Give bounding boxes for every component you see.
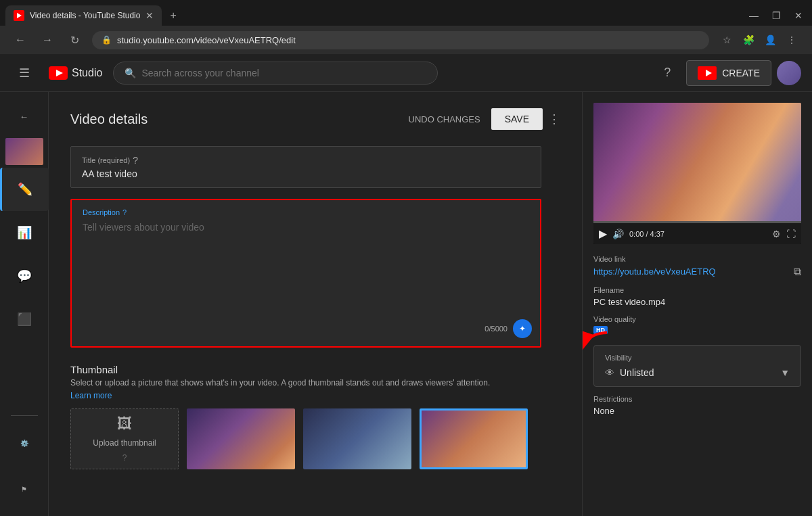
save-button[interactable]: SAVE [491, 108, 543, 130]
sidebar-bottom: ⚙️ ⚑ [0, 413, 49, 516]
youtube-logo [49, 66, 68, 80]
thumbnail-image-3 [422, 411, 526, 467]
address-bar-actions: ☆ 🧩 👤 ⋮ [717, 30, 801, 49]
comments-icon: 💬 [17, 268, 32, 283]
title-label: Title (required) ? [82, 155, 530, 166]
tab-close-button[interactable]: ✕ [145, 10, 154, 21]
menu-button[interactable]: ⋮ [782, 30, 801, 49]
learn-more-link[interactable]: Learn more [70, 391, 112, 400]
thumbnail-title: Thumbnail [70, 364, 541, 375]
more-options-button[interactable]: ⋮ [548, 112, 560, 126]
volume-button[interactable]: 🔊 [612, 229, 624, 239]
new-tab-button[interactable]: + [164, 7, 181, 24]
search-icon: 🔍 [125, 68, 136, 78]
description-label: Description ? [83, 208, 529, 216]
search-bar[interactable]: 🔍 [113, 62, 438, 85]
thumbnail-option-1[interactable] [187, 408, 295, 469]
thumbnail-description: Select or upload a picture that shows wh… [70, 378, 541, 388]
help-button[interactable]: ? [654, 60, 681, 87]
title-input[interactable]: AA test video [82, 168, 530, 179]
title-help-icon[interactable]: ? [133, 155, 138, 166]
video-thumbnail-preview [5, 138, 43, 165]
hamburger-menu[interactable]: ☰ [11, 60, 38, 87]
page-header: Video details UNDO CHANGES SAVE ⋮ [70, 108, 560, 130]
user-avatar[interactable] [777, 61, 801, 85]
sidebar-divider [11, 415, 38, 416]
subtitles-icon: ⬛ [17, 312, 32, 327]
sidebar-item-comments[interactable]: 💬 [0, 254, 49, 298]
hd-badge: HD [593, 326, 608, 334]
upload-thumb-help: ? [122, 453, 127, 463]
thumbnail-options: 🖼 Upload thumbnail ? [70, 408, 541, 469]
studio-label: Studio [72, 67, 102, 79]
settings-icon: ⚙️ [20, 440, 28, 447]
analytics-icon: 📊 [17, 225, 32, 240]
upload-thumbnail-button[interactable]: 🖼 Upload thumbnail ? [70, 408, 179, 469]
forward-button[interactable]: → [38, 30, 57, 49]
restrictions-label: Restrictions [593, 395, 801, 403]
back-arrow-icon: ← [20, 112, 28, 122]
title-section: Title (required) ? AA test video [70, 146, 560, 188]
visibility-value: 👁 Unlisted ▼ [605, 367, 790, 378]
thumbnail-option-3[interactable] [420, 408, 528, 469]
app-body: ← ✏️ 📊 💬 ⬛ ⚙️ ⚑ Video details [0, 92, 812, 516]
main-content: Video details UNDO CHANGES SAVE ⋮ Title … [49, 92, 582, 516]
sidebar-item-edit[interactable]: ✏️ [0, 168, 49, 211]
address-bar-row: ← → ↻ 🔒 studio.youtube.com/video/veVxeuA… [0, 26, 812, 54]
play-button[interactable]: ▶ [599, 227, 607, 240]
title-field[interactable]: Title (required) ? AA test video [70, 146, 541, 188]
copy-link-button[interactable]: ⧉ [794, 266, 801, 278]
tab-bar: Video details - YouTube Studio ✕ + — ❐ ✕ [0, 0, 812, 26]
close-window-button[interactable]: ✕ [790, 9, 807, 22]
upload-thumb-icon: 🖼 [117, 415, 132, 433]
thumbnail-option-2[interactable] [303, 408, 411, 469]
settings-button[interactable]: ⚙ [772, 229, 781, 239]
video-link-label: Video link [593, 255, 801, 263]
thumbnail-image-1 [187, 408, 295, 469]
gemini-icon: ✦ [519, 324, 526, 333]
page-title: Video details [70, 112, 148, 127]
sidebar-item-subtitles[interactable]: ⬛ [0, 298, 49, 341]
visibility-label: Visibility [605, 354, 790, 362]
search-input[interactable] [141, 68, 426, 78]
sidebar-item-feedback[interactable]: ⚑ [0, 467, 49, 511]
minimize-button[interactable]: — [745, 9, 763, 22]
back-button[interactable]: ← [11, 30, 30, 49]
description-field[interactable]: Description ? Tell viewers about your vi… [70, 199, 541, 348]
right-panel: ▶ 🔊 0:00 / 4:37 ⚙ ⛶ Video link https://y… [582, 92, 812, 516]
svg-marker-0 [17, 13, 22, 18]
visibility-text: Unlisted [620, 367, 654, 378]
address-bar[interactable]: 🔒 studio.youtube.com/video/veVxeuAETRQ/e… [92, 31, 709, 49]
create-button[interactable]: CREATE [686, 60, 771, 86]
back-to-channel-button[interactable]: ← [5, 97, 43, 135]
restrictions-value: None [593, 406, 801, 416]
sidebar: ← ✏️ 📊 💬 ⬛ ⚙️ ⚑ [0, 92, 49, 516]
reload-button[interactable]: ↻ [65, 30, 84, 49]
active-tab[interactable]: Video details - YouTube Studio ✕ [5, 5, 162, 26]
eye-icon: 👁 [605, 367, 614, 378]
video-progress-bar[interactable] [593, 221, 801, 223]
description-help-icon[interactable]: ? [122, 208, 127, 216]
char-count: 0/5000 [484, 325, 508, 333]
svg-marker-3 [706, 70, 712, 76]
video-preview-image [593, 103, 801, 221]
description-actions: 0/5000 ✦ [484, 319, 532, 338]
sidebar-item-analytics[interactable]: 📊 [0, 211, 49, 254]
feedback-icon: ⚑ [21, 486, 27, 493]
create-label: CREATE [722, 68, 760, 78]
extension-button[interactable]: 🧩 [739, 30, 758, 49]
time-display: 0:00 / 4:37 [629, 230, 767, 238]
url-text: studio.youtube.com/video/veVxeuAETRQ/edi… [117, 35, 700, 45]
maximize-button[interactable]: ❐ [768, 9, 785, 22]
gemini-button[interactable]: ✦ [513, 319, 532, 338]
undo-changes-button[interactable]: UNDO CHANGES [409, 114, 480, 124]
quality-label: Video quality [593, 315, 801, 323]
quality-row: HD [593, 326, 801, 334]
profile-button[interactable]: 👤 [761, 30, 780, 49]
video-link-value[interactable]: https://youtu.be/veVxeuAETRQ [593, 266, 716, 277]
sidebar-item-settings[interactable]: ⚙️ [0, 421, 49, 465]
app-header: ☰ Studio 🔍 ? CREATE [0, 54, 812, 92]
fullscreen-button[interactable]: ⛶ [786, 229, 796, 239]
bookmark-button[interactable]: ☆ [717, 30, 736, 49]
visibility-section[interactable]: Visibility 👁 Unlisted ▼ [593, 345, 801, 387]
